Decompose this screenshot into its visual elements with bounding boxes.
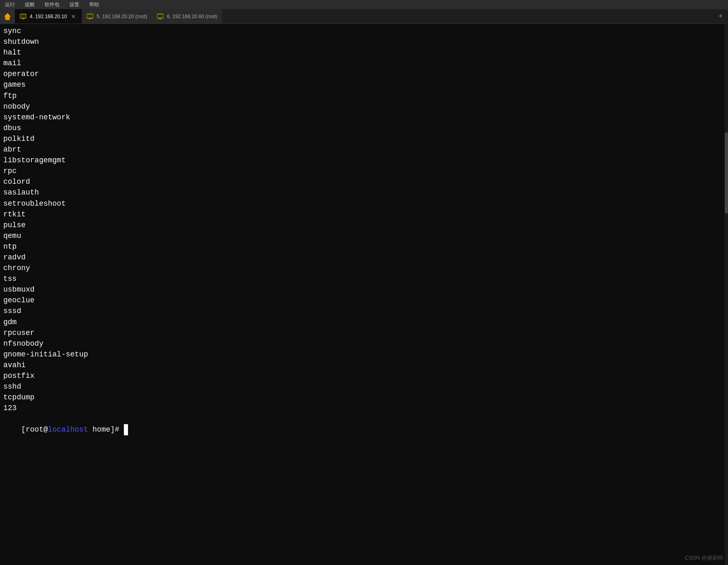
terminal-line: pulse (3, 220, 725, 230)
svg-rect-6 (87, 14, 93, 17)
terminal-line: nfsnobody (3, 338, 725, 349)
terminal-line: usbmuxd (3, 284, 725, 295)
menubar: 运行 提醒 软件包 设置 帮助 (0, 0, 728, 9)
terminal-line: ntp (3, 241, 725, 252)
tab-6-label: 6. 192.168.20.60 (root) (167, 14, 217, 19)
terminal-line: nobody (3, 101, 725, 112)
tab-4-label: 4. 192.168.20.10 (30, 14, 67, 19)
svg-rect-10 (157, 14, 163, 17)
terminal-line: qemu (3, 230, 725, 241)
menu-help[interactable]: 帮助 (88, 0, 101, 9)
menu-settings[interactable]: 设置 (68, 0, 81, 9)
terminal-line: radvd (3, 252, 725, 263)
add-tab-button[interactable]: + (713, 9, 728, 24)
monitor-icon-6 (157, 14, 164, 19)
terminal-line: saslauth (3, 187, 725, 198)
monitor-icon-4 (20, 14, 26, 19)
scrollbar-track[interactable] (725, 24, 728, 565)
menu-run[interactable]: 运行 (3, 0, 17, 9)
monitor-icon-5 (87, 14, 93, 19)
terminal-line: libstoragemgmt (3, 155, 725, 166)
scrollbar-thumb[interactable] (725, 132, 728, 214)
terminal-content: syncshutdownhaltmailoperatorgamesftpnobo… (3, 26, 725, 413)
terminal-line: shutdown (3, 36, 725, 47)
prompt-path: home]# (88, 425, 123, 434)
terminal-line: sync (3, 26, 725, 36)
terminal-line: gnome-initial-setup (3, 349, 725, 360)
terminal-line: operator (3, 69, 725, 79)
terminal-line: games (3, 79, 725, 90)
logo-icon (3, 12, 12, 21)
terminal-prompt-line: [root@localhost home]# (3, 413, 725, 446)
terminal-line: polkitd (3, 133, 725, 144)
terminal-line: chrony (3, 263, 725, 273)
prompt-user: [root@ (21, 425, 48, 434)
terminal-line: systemd-network (3, 112, 725, 123)
watermark: CSDN @谢刷明 (685, 554, 723, 562)
tab-6[interactable]: 6. 192.168.20.60 (root) (152, 9, 222, 24)
tab-4-close[interactable]: ✕ (70, 13, 77, 20)
terminal-line: halt (3, 47, 725, 58)
terminal-line: sssd (3, 306, 725, 316)
terminal[interactable]: syncshutdownhaltmailoperatorgamesftpnobo… (0, 24, 728, 565)
tab-5[interactable]: 5. 192.168.20.20 (root) (82, 9, 152, 24)
terminal-line: dbus (3, 123, 725, 133)
terminal-line: rtkit (3, 209, 725, 220)
terminal-line: ftp (3, 90, 725, 101)
terminal-line: postfix (3, 370, 725, 381)
terminal-line: 123 (3, 403, 725, 413)
menu-packages[interactable]: 软件包 (43, 0, 61, 9)
terminal-line: colord (3, 176, 725, 187)
terminal-cursor (124, 424, 128, 435)
terminal-line: tcpdump (3, 392, 725, 403)
tabbar: 4. 192.168.20.10 ✕ 5. 192.168.20.20 (roo… (0, 9, 728, 24)
terminal-line: geoclue (3, 295, 725, 306)
prompt-host: localhost (48, 425, 88, 434)
svg-marker-0 (4, 13, 11, 20)
terminal-line: setroubleshoot (3, 198, 725, 209)
app-logo (0, 9, 15, 24)
terminal-line: avahi (3, 360, 725, 370)
terminal-line: tss (3, 273, 725, 284)
terminal-line: abrt (3, 144, 725, 155)
menu-remind[interactable]: 提醒 (23, 0, 36, 9)
svg-rect-2 (20, 14, 26, 17)
terminal-line: mail (3, 58, 725, 69)
terminal-line: gdm (3, 317, 725, 328)
terminal-line: rpc (3, 166, 725, 176)
tab-4[interactable]: 4. 192.168.20.10 ✕ (15, 9, 82, 24)
terminal-line: sshd (3, 381, 725, 392)
terminal-line: rpcuser (3, 328, 725, 338)
tab-5-label: 5. 192.168.20.20 (root) (97, 14, 147, 19)
